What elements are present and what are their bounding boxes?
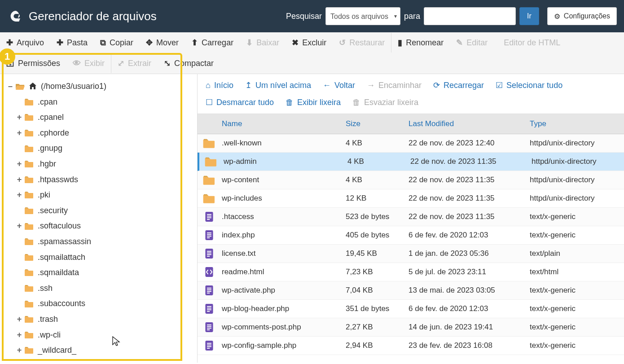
folder-icon xyxy=(24,284,34,292)
action-bar: ⌂Início↥Um nível acima←Voltar→Encaminhar… xyxy=(198,74,624,114)
tree-item--ssh[interactable]: +.ssh xyxy=(16,281,197,296)
trash-icon: 🗑 xyxy=(352,98,360,107)
download-icon: ⬇ xyxy=(246,38,253,48)
action-início[interactable]: ⌂Início xyxy=(204,78,235,93)
tree-item--htpasswds[interactable]: +.htpasswds xyxy=(16,172,197,188)
col-size[interactable]: Size xyxy=(341,114,404,134)
upload-icon: ⬆ xyxy=(191,38,198,48)
table-row[interactable]: license.txt 19,45 KB 1 de jan. de 2023 0… xyxy=(198,245,624,263)
tree-root[interactable]: – (/home3/usuario1) xyxy=(7,79,197,94)
tree-item--security[interactable]: +.security xyxy=(16,203,197,219)
table-row[interactable]: index.php 405 de bytes 6 de fev. de 2020… xyxy=(198,226,624,245)
move-icon: ✥ xyxy=(146,38,153,48)
action-um-nível-acima[interactable]: ↥Um nível acima xyxy=(243,78,313,93)
level-up-icon: ↥ xyxy=(245,80,252,90)
toolbar-extrair: ⤢Extrair xyxy=(111,53,158,74)
folder-icon xyxy=(24,145,34,153)
tree-item-seudominio-com-br[interactable]: –seudominio.com.br xyxy=(16,358,197,363)
tree-item--subaccounts[interactable]: +.subaccounts xyxy=(16,296,197,311)
tree-item--trash[interactable]: +.trash xyxy=(16,311,197,327)
folder-icon xyxy=(203,192,215,205)
toolbar-copiar[interactable]: ⧉Copiar xyxy=(94,32,140,53)
col-mod[interactable]: Last Modified xyxy=(404,114,525,134)
file-icon: ▮ xyxy=(398,38,402,48)
compress-icon: ⤡ xyxy=(164,58,171,68)
toolbar-renomear[interactable]: ▮Renomear xyxy=(391,32,450,53)
text-icon xyxy=(203,247,215,260)
folder-tree-panel[interactable]: – (/home3/usuario1)+.cpan+.cpanel+.cphor… xyxy=(0,74,198,363)
toolbar-carregar[interactable]: ⬆Carregar xyxy=(185,32,240,53)
table-row[interactable]: .htaccess 523 de bytes 22 de nov. de 202… xyxy=(198,208,624,226)
app-title: Gerenciador de arquivos xyxy=(29,9,286,23)
col-type[interactable]: Type xyxy=(525,114,624,134)
tree-item--cphorde[interactable]: +.cphorde xyxy=(16,125,197,141)
tree-item--cpan[interactable]: +.cpan xyxy=(16,94,197,110)
home-icon: ⌂ xyxy=(206,81,211,90)
close-icon: ✖ xyxy=(292,38,299,48)
toolbar-compactar[interactable]: ⤡Compactar xyxy=(158,53,220,74)
table-row[interactable]: readme.html 7,23 KB 5 de jul. de 2023 23… xyxy=(198,263,624,281)
action-desmarcar-tudo[interactable]: ☐Desmarcar tudo xyxy=(204,95,276,110)
toolbar-restaurar: ↺Restaurar xyxy=(333,32,391,53)
toolbar-pasta[interactable]: ✚Pasta xyxy=(50,32,94,53)
eye-icon: 👁 xyxy=(73,59,81,68)
folder-open-icon xyxy=(15,82,25,90)
table-row[interactable]: wp-includes 12 KB 22 de nov. de 2023 11:… xyxy=(198,189,624,208)
html-icon xyxy=(203,266,215,278)
action-exibir-lixeira[interactable]: 🗑Exibir lixeira xyxy=(284,95,343,110)
tree-item--softaculous[interactable]: +.softaculous xyxy=(16,218,197,234)
folder-icon xyxy=(24,331,34,339)
toolbar-mover[interactable]: ✥Mover xyxy=(140,32,185,53)
tree-item--sqmaildata[interactable]: +.sqmaildata xyxy=(16,265,197,281)
text-icon xyxy=(203,303,215,315)
folder-icon xyxy=(24,160,34,168)
table-row[interactable]: wp-admin 4 KB 22 de nov. de 2023 11:35 h… xyxy=(198,153,624,171)
folder-icon xyxy=(203,174,215,186)
action-esvaziar-lixeira: 🗑Esvaziar lixeira xyxy=(351,95,420,110)
file-table[interactable]: Name Size Last Modified Type .well-known… xyxy=(198,114,624,363)
table-row[interactable]: wp-config-sample.php 2,94 KB 23 de fev. … xyxy=(198,337,624,355)
folder-icon xyxy=(24,129,34,137)
plus-icon: ✚ xyxy=(6,38,13,48)
toolbar-excluir[interactable]: ✖Excluir xyxy=(286,32,333,53)
table-row[interactable]: wp-blog-header.php 351 de bytes 6 de fev… xyxy=(198,300,624,318)
tree-item--wildcard-[interactable]: +_wildcard_ xyxy=(16,342,197,358)
tree-item--wp-cli[interactable]: +.wp-cli xyxy=(16,327,197,343)
toolbar-baixar: ⬇Baixar xyxy=(240,32,286,53)
settings-button[interactable]: ⚙ Configurações xyxy=(547,7,617,25)
text-icon xyxy=(203,229,215,241)
table-row[interactable]: wp-comments-post.php 2,27 KB 14 de jun. … xyxy=(198,318,624,337)
folder-icon xyxy=(24,253,34,261)
top-header: Gerenciador de arquivos Pesquisar Todos … xyxy=(0,0,624,32)
folder-icon xyxy=(205,155,217,168)
tree-item--sqmailattach[interactable]: +.sqmailattach xyxy=(16,250,197,265)
action-recarregar[interactable]: ⟳Recarregar xyxy=(431,78,486,93)
table-row[interactable]: wp-content 4 KB 22 de nov. de 2023 11:35… xyxy=(198,171,624,189)
tree-item--spamassassin[interactable]: +.spamassassin xyxy=(16,234,197,250)
search-input[interactable] xyxy=(424,7,516,25)
folder-icon xyxy=(24,175,34,184)
tree-item--pki[interactable]: +.pki xyxy=(16,187,197,203)
copy-icon: ⧉ xyxy=(100,38,106,48)
text-icon xyxy=(203,321,215,333)
tree-item--gnupg[interactable]: +.gnupg xyxy=(16,140,197,156)
action-voltar[interactable]: ←Voltar xyxy=(321,78,357,93)
expand-icon: ⤢ xyxy=(118,58,124,68)
folder-icon xyxy=(24,206,34,215)
folder-icon xyxy=(24,98,34,106)
toolbar-exibir: 👁Exibir xyxy=(66,53,111,74)
action-selecionar-tudo[interactable]: ☑Selecionar tudo xyxy=(494,78,564,93)
table-row[interactable]: wp-activate.php 7,04 KB 13 de mai. de 20… xyxy=(198,281,624,300)
col-name[interactable]: Name xyxy=(198,114,341,134)
refresh-icon: ⟳ xyxy=(433,80,440,90)
trash-icon: 🗑 xyxy=(286,98,294,107)
folder-icon xyxy=(24,237,34,246)
tree-item--hgbr[interactable]: +.hgbr xyxy=(16,156,197,172)
table-row[interactable]: .well-known 4 KB 22 de nov. de 2023 12:4… xyxy=(198,134,624,153)
folder-icon xyxy=(24,315,34,323)
search-scope-select[interactable]: Todos os arquivos ▾ xyxy=(325,7,400,25)
text-icon xyxy=(203,211,215,223)
arrow-left-icon: ← xyxy=(323,81,331,90)
search-go-button[interactable]: Ir xyxy=(519,7,539,25)
tree-item--cpanel[interactable]: +.cpanel xyxy=(16,110,197,125)
